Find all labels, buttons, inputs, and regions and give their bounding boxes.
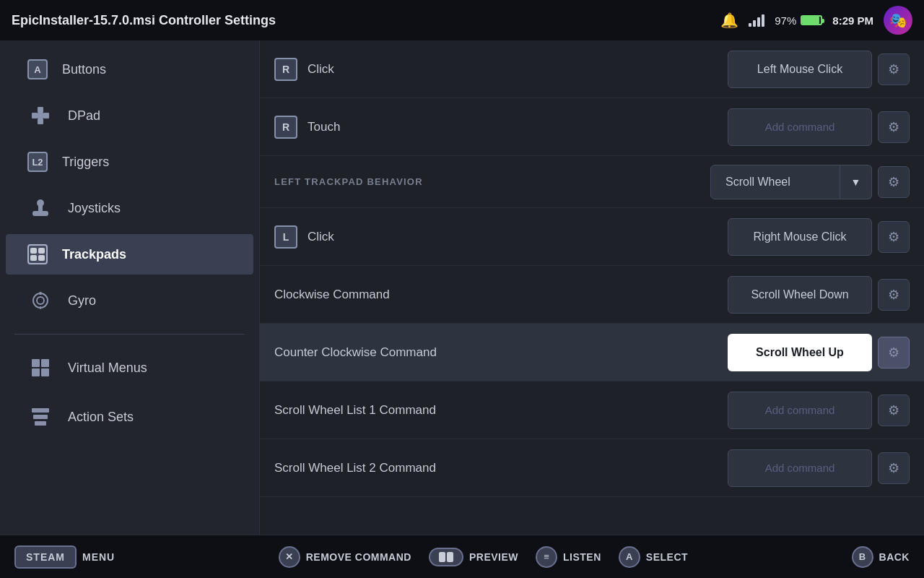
sidebar: A Buttons DPad L2 Triggers: [0, 40, 260, 535]
clockwise-row: Clockwise Command Scroll Wheel Down ⚙: [260, 266, 924, 324]
dpad-icon: [27, 103, 53, 129]
bottom-bar: STEAM MENU ✕ REMOVE COMMAND PREVIEW ≡ LI…: [0, 535, 924, 578]
battery-bar: [801, 15, 822, 25]
content-area: R Click Left Mouse Click ⚙ R Touch Add c…: [260, 40, 924, 535]
row-label-l-click: L Click: [274, 225, 728, 249]
svg-rect-19: [41, 359, 49, 367]
svg-rect-21: [41, 368, 49, 376]
scroll-list2-add-command-button[interactable]: Add command: [728, 449, 872, 487]
l-badge: L: [274, 225, 297, 249]
row-controls-touch: Add command ⚙: [728, 108, 910, 146]
sidebar-item-joysticks[interactable]: Joysticks: [6, 185, 253, 231]
sidebar-label-buttons: Buttons: [62, 62, 106, 77]
scroll-list1-label: Scroll Wheel List 1 Command: [274, 403, 436, 418]
r-badge: R: [274, 58, 297, 81]
scroll-list1-row: Scroll Wheel List 1 Command Add command …: [260, 381, 924, 439]
section-header-label: LEFT TRACKPAD BEHAVIOR: [274, 176, 710, 187]
touch-label: Touch: [308, 120, 340, 134]
gear-button-touch[interactable]: ⚙: [878, 111, 910, 143]
svg-rect-8: [39, 210, 42, 216]
scroll-list2-label: Scroll Wheel List 2 Command: [274, 461, 436, 475]
r-badge-touch: R: [274, 116, 297, 139]
row-controls-counter-clockwise: Scroll Wheel Up ⚙: [728, 334, 910, 371]
sidebar-item-virtual-menus[interactable]: Virtual Menus: [6, 345, 253, 391]
sidebar-label-virtual-menus: Virtual Menus: [68, 361, 147, 376]
select-action[interactable]: A SELECT: [619, 546, 688, 568]
steam-badge[interactable]: STEAM: [14, 545, 77, 569]
sidebar-item-dpad[interactable]: DPad: [6, 92, 253, 139]
joystick-icon: [27, 195, 53, 221]
gear-button-counter-clockwise[interactable]: ⚙: [878, 337, 910, 368]
touch-row: R Touch Add command ⚙: [260, 98, 924, 156]
remove-command-action[interactable]: ✕ REMOVE COMMAND: [279, 546, 411, 568]
bottom-left: STEAM MENU: [14, 545, 115, 569]
svg-rect-23: [33, 415, 48, 419]
gear-button-click-right[interactable]: ⚙: [878, 53, 910, 85]
buttons-icon: A: [27, 59, 48, 79]
clockwise-label: Clockwise Command: [274, 288, 390, 302]
svg-rect-1: [38, 118, 43, 124]
gear-button-scroll-list1[interactable]: ⚙: [878, 394, 910, 426]
click-label-right: Click: [308, 62, 334, 77]
triggers-icon: L2: [27, 152, 48, 172]
gear-button-section[interactable]: ⚙: [878, 166, 910, 198]
bottom-center: ✕ REMOVE COMMAND PREVIEW ≡ LISTEN A SELE…: [279, 546, 688, 568]
trackpad-click-row: L Click Right Mouse Click ⚙: [260, 208, 924, 266]
back-label: BACK: [879, 551, 910, 563]
sidebar-label-gyro: Gyro: [68, 293, 96, 309]
right-mouse-click-button[interactable]: Right Mouse Click: [728, 218, 872, 256]
row-label-touch: R Touch: [274, 116, 728, 139]
svg-rect-26: [447, 552, 453, 562]
row-controls-l-click: Right Mouse Click ⚙: [728, 218, 910, 256]
top-bar-right: 🔔 97% 8:29 PM 🎭: [720, 6, 912, 35]
back-action[interactable]: B BACK: [852, 546, 910, 568]
svg-rect-2: [32, 113, 38, 118]
scroll-wheel-down-button[interactable]: Scroll Wheel Down: [728, 276, 872, 314]
scroll-list1-add-command-button[interactable]: Add command: [728, 392, 872, 429]
counter-clockwise-label: Counter Clockwise Command: [274, 345, 437, 360]
row-controls-clockwise: Scroll Wheel Down ⚙: [728, 276, 910, 314]
remove-command-label: REMOVE COMMAND: [306, 551, 411, 563]
sidebar-item-triggers[interactable]: L2 Triggers: [6, 142, 253, 182]
select-label: SELECT: [646, 551, 688, 563]
svg-rect-10: [38, 248, 45, 254]
scroll-wheel-dropdown: Scroll Wheel ▼ ⚙: [710, 165, 910, 199]
scroll-wheel-up-button[interactable]: Scroll Wheel Up: [728, 334, 872, 371]
sidebar-item-action-sets[interactable]: Action Sets: [6, 394, 253, 440]
svg-rect-18: [32, 359, 40, 367]
listen-action[interactable]: ≡ LISTEN: [536, 546, 601, 568]
sidebar-label-joysticks: Joysticks: [68, 201, 121, 216]
sidebar-item-buttons[interactable]: A Buttons: [6, 49, 253, 90]
window-title: EpicInstaller-15.7.0.msi Controller Sett…: [12, 13, 276, 28]
preview-button: [429, 548, 463, 566]
gear-button-clockwise[interactable]: ⚙: [878, 279, 910, 311]
x-button: ✕: [279, 546, 300, 568]
gear-button-l-click[interactable]: ⚙: [878, 221, 910, 253]
svg-point-13: [33, 293, 48, 308]
svg-rect-25: [439, 552, 445, 562]
sidebar-label-trackpads: Trackpads: [62, 247, 126, 262]
virtual-menus-icon: [27, 355, 53, 381]
row-controls-click-right: Left Mouse Click ⚙: [728, 51, 910, 88]
svg-point-14: [37, 297, 44, 304]
top-bar: EpicInstaller-15.7.0.msi Controller Sett…: [0, 0, 924, 40]
battery-status: 97%: [775, 14, 822, 27]
sidebar-item-trackpads[interactable]: Trackpads: [6, 234, 253, 275]
dropdown-arrow-icon[interactable]: ▼: [840, 165, 872, 199]
row-label-clockwise: Clockwise Command: [274, 288, 728, 302]
a-button: A: [619, 546, 640, 568]
left-mouse-click-button[interactable]: Left Mouse Click: [728, 51, 872, 88]
battery-percent: 97%: [775, 14, 796, 27]
row-label-click-right: R Click: [274, 58, 728, 81]
touch-add-command-button[interactable]: Add command: [728, 108, 872, 146]
dropdown-value[interactable]: Scroll Wheel: [710, 165, 840, 199]
counter-clockwise-row: Counter Clockwise Command Scroll Wheel U…: [260, 324, 924, 381]
gear-button-scroll-list2[interactable]: ⚙: [878, 452, 910, 484]
row-controls-scroll-list2: Add command ⚙: [728, 449, 910, 487]
svg-rect-3: [43, 113, 49, 118]
left-trackpad-section-header: LEFT TRACKPAD BEHAVIOR Scroll Wheel ▼ ⚙: [260, 156, 924, 208]
trackpads-icon: [27, 244, 48, 264]
preview-action[interactable]: PREVIEW: [429, 548, 518, 566]
menu-label: MENU: [82, 551, 115, 563]
sidebar-item-gyro[interactable]: Gyro: [6, 277, 253, 324]
